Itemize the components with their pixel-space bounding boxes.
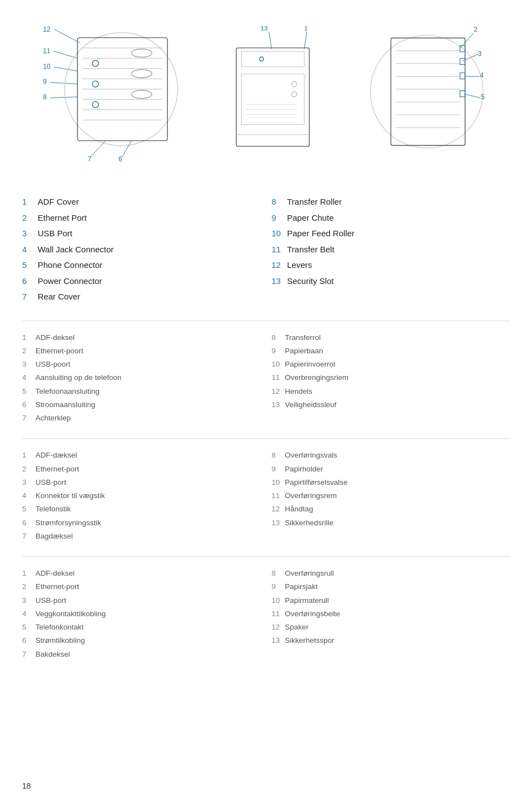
item-label: Ethernet-port (35, 464, 79, 475)
list-item: 10Papirtilførselsvalse (272, 476, 510, 489)
svg-rect-63 (460, 73, 465, 79)
item-label: Spaker (285, 622, 309, 633)
item-number: 4 (22, 243, 38, 256)
item-label: Rear Cover (38, 291, 80, 303)
svg-point-44 (370, 35, 483, 148)
svg-rect-35 (241, 52, 304, 67)
item-number: 12 (272, 386, 285, 397)
item-label: Hendels (285, 386, 313, 397)
item-number: 9 (272, 464, 285, 475)
list-item: 7Achterklep (22, 412, 260, 425)
item-label: Paper Chute (287, 212, 334, 225)
svg-point-25 (93, 101, 99, 108)
svg-rect-34 (236, 48, 309, 146)
item-number: 2 (22, 212, 38, 225)
item-label: USB Port (38, 227, 73, 240)
divider-1 (22, 321, 510, 321)
item-label: Papierbaan (285, 346, 323, 357)
item-number: 10 (272, 359, 285, 370)
item-number: 8 (272, 196, 287, 209)
item-number: 7 (22, 413, 35, 424)
svg-point-22 (131, 90, 152, 99)
diagram-left: 12 11 10 9 8 (39, 22, 183, 166)
item-label: Sikkerhedsrille (285, 517, 334, 529)
divider-3 (22, 556, 510, 557)
svg-line-9 (50, 97, 77, 98)
list-item: 13Sikkerhedsrille (272, 516, 510, 530)
svg-text:11: 11 (43, 47, 50, 55)
dutch-grid: 1ADF-deksel2Ethernet-poort3USB-poort4Aan… (22, 331, 510, 425)
item-label: Overføringsrull (285, 568, 334, 579)
item-label: ADF Cover (38, 196, 79, 209)
list-item: 10Papirmaterull (272, 594, 510, 607)
list-item: 2Ethernet-poort (22, 344, 260, 358)
list-item: 10Papierinvoerrol (272, 358, 510, 371)
list-item: 13Sikkerhetsspor (272, 634, 510, 647)
item-number: 13 (272, 275, 287, 288)
list-item: 4Konnektor til vægstik (22, 489, 260, 503)
item-number: 9 (272, 212, 287, 225)
norwegian-section: 1ADF-deksel2Ethernet-port3USB-port4Veggk… (22, 567, 510, 661)
item-label: Wall Jack Connector (38, 243, 114, 256)
item-number: 6 (22, 635, 35, 646)
item-label: Transferrol (285, 332, 321, 343)
item-number: 4 (22, 490, 35, 501)
svg-point-21 (131, 69, 152, 78)
item-number: 2 (22, 464, 35, 475)
item-number: 13 (272, 399, 285, 410)
list-item: 7Bagdæksel (22, 530, 260, 543)
item-number: 4 (22, 608, 35, 620)
svg-line-52 (465, 94, 480, 98)
list-item: 3USB-poort (22, 358, 260, 371)
list-item: 4Veggkontakttilkobling (22, 607, 260, 621)
list-item: 12Levers (272, 257, 510, 273)
item-label: Konnektor til vægstik (35, 490, 105, 501)
list-item: 8Overføringsrull (272, 567, 510, 580)
item-label: Stroomaansluiting (35, 399, 95, 410)
item-number: 11 (272, 608, 285, 620)
item-number: 12 (272, 259, 287, 272)
item-label: Aansluiting op de telefoon (35, 372, 121, 383)
item-label: Security Slot (287, 275, 334, 288)
item-number: 5 (22, 622, 35, 633)
danish-left-list: 1ADF-dæksel2Ethernet-port3USB-port4Konne… (22, 449, 260, 543)
item-label: Transfer Roller (287, 196, 342, 209)
item-number: 10 (272, 477, 285, 488)
item-label: USB-port (35, 595, 66, 606)
item-label: Ethernet Port (38, 212, 86, 225)
item-label: ADF-dæksel (35, 450, 77, 461)
list-item: 13Veiligheidssleuf (272, 398, 510, 412)
item-label: Veiligheidssleuf (285, 399, 336, 410)
list-item: 12Håndtag (272, 503, 510, 516)
svg-text:5: 5 (481, 93, 485, 101)
list-item: 11Overføringsrem (272, 489, 510, 503)
list-item: 8Transferrol (272, 331, 510, 344)
item-number: 9 (272, 346, 285, 357)
item-label: Håndtag (285, 504, 313, 515)
item-label: Phone Connector (38, 259, 103, 272)
item-number: 13 (272, 635, 285, 646)
norwegian-right-list: 8Overføringsrull9Papirsjakt10Papirmateru… (272, 567, 510, 661)
list-item: 4Wall Jack Connector (22, 242, 260, 258)
item-label: Papirholder (285, 464, 323, 475)
svg-rect-62 (460, 58, 465, 64)
svg-line-28 (90, 141, 106, 158)
list-item: 1ADF Cover (22, 194, 260, 210)
svg-text:8: 8 (43, 93, 47, 101)
item-number: 12 (272, 622, 285, 633)
list-item: 5Phone Connector (22, 257, 260, 273)
diagram-mid: 13 1 (216, 22, 327, 166)
item-label: Levers (287, 259, 312, 272)
item-number: 3 (22, 359, 35, 370)
list-item: 9Papierbaan (272, 344, 510, 358)
divider-2 (22, 438, 510, 439)
danish-right-list: 8Overføringsvals9Papirholder10Papirtilfø… (272, 449, 510, 543)
item-label: Transfer Belt (287, 243, 334, 256)
svg-line-33 (304, 32, 307, 49)
item-number: 1 (22, 450, 35, 461)
item-number: 9 (272, 581, 285, 592)
svg-rect-53 (391, 38, 465, 145)
list-item: 6Strømtilkobling (22, 634, 260, 647)
svg-point-38 (291, 92, 296, 97)
item-label: Telefonstik (35, 504, 71, 515)
